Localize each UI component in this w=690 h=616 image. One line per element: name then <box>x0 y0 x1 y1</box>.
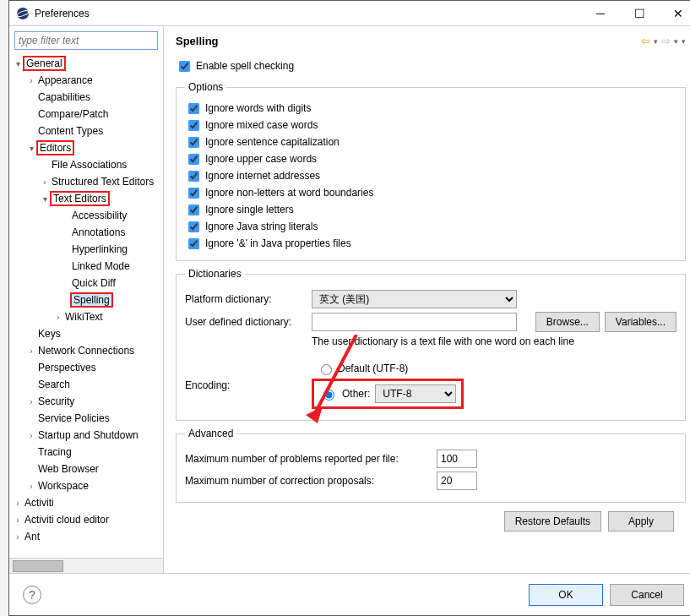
platform-dict-label: Platform dictionary: <box>185 293 312 305</box>
page-title: Spelling <box>176 35 641 47</box>
tree-text-editors[interactable]: Text Editors <box>50 191 110 206</box>
opt-digits[interactable] <box>188 103 199 114</box>
tree-content-types[interactable]: Content Types <box>36 125 105 137</box>
encoding-other-radio[interactable] <box>323 390 334 401</box>
tree-quick-diff[interactable]: Quick Diff <box>70 277 117 289</box>
cancel-button[interactable]: Cancel <box>610 584 684 606</box>
dictionaries-fieldset: Dictionaries Platform dictionary: 英文 (美国… <box>176 268 686 421</box>
preferences-tree[interactable]: ▾General ›Appearance ·Capabilities ·Comp… <box>9 53 163 558</box>
tree-file-assoc[interactable]: File Associations <box>50 159 128 171</box>
encoding-label: Encoding: <box>185 379 312 391</box>
back-icon[interactable]: ⇦ <box>641 35 650 47</box>
tree-appearance[interactable]: Appearance <box>36 74 95 86</box>
forward-menu-icon[interactable]: ▾ <box>674 37 678 46</box>
tree-general[interactable]: General <box>23 56 66 71</box>
tree-linked-mode[interactable]: Linked Mode <box>70 260 132 272</box>
user-dict-input[interactable] <box>312 313 517 331</box>
opt-upper-case[interactable] <box>188 154 199 165</box>
tree-accessibility[interactable]: Accessibility <box>70 210 128 221</box>
window-title: Preferences <box>35 8 581 19</box>
variables-button[interactable]: Variables... <box>605 312 676 332</box>
tree-structured[interactable]: Structured Text Editors <box>50 176 155 188</box>
tree-ant[interactable]: Ant <box>23 531 41 542</box>
app-icon <box>16 7 30 20</box>
tree-compare[interactable]: Compare/Patch <box>36 108 110 120</box>
filter-box <box>14 31 158 50</box>
options-fieldset: Options Ignore words with digits Ignore … <box>176 81 686 261</box>
tree-search[interactable]: Search <box>36 379 72 390</box>
opt-non-letters[interactable] <box>188 188 199 199</box>
title-bar: Preferences ─ ☐ ✕ <box>9 1 690 26</box>
encoding-other-label: Other: <box>342 388 370 400</box>
sidebar: ▾General ›Appearance ·Capabilities ·Comp… <box>9 26 164 573</box>
filter-input[interactable] <box>14 31 158 50</box>
forward-icon[interactable]: ⇨ <box>661 35 671 47</box>
opt-ampersand[interactable] <box>188 238 199 249</box>
platform-dict-select[interactable]: 英文 (美国) <box>312 290 517 308</box>
encoding-other-select[interactable]: UTF-8 <box>375 384 456 403</box>
tree-hyperlinking[interactable]: Hyperlinking <box>70 243 129 255</box>
tree-wikitext[interactable]: WikiText <box>63 311 105 323</box>
tree-activiti[interactable]: Activiti <box>23 497 56 509</box>
user-dict-label: User defined dictionary: <box>185 316 312 328</box>
back-menu-icon[interactable]: ▾ <box>654 37 658 46</box>
browse-button[interactable]: Browse... <box>535 312 600 332</box>
max-proposals-label: Maximum number of correction proposals: <box>185 475 430 487</box>
tree-perspectives[interactable]: Perspectives <box>36 362 98 373</box>
tree-tracing[interactable]: Tracing <box>36 446 73 458</box>
restore-defaults-button[interactable]: Restore Defaults <box>504 511 601 532</box>
advanced-legend: Advanced <box>185 428 236 439</box>
tree-service-policies[interactable]: Service Policies <box>36 412 111 424</box>
close-button[interactable]: ✕ <box>659 1 690 25</box>
help-icon[interactable]: ? <box>23 586 41 604</box>
tree-network[interactable]: Network Connections <box>36 345 136 357</box>
opt-single-letters[interactable] <box>188 204 199 215</box>
advanced-fieldset: Advanced Maximum number of problems repo… <box>176 428 686 503</box>
tree-web-browser[interactable]: Web Browser <box>36 463 101 475</box>
maximize-button[interactable]: ☐ <box>620 1 659 25</box>
tree-editors[interactable]: Editors <box>36 140 74 155</box>
enable-spellcheck-label: Enable spell checking <box>196 60 294 72</box>
tree-security[interactable]: Security <box>36 395 76 407</box>
max-problems-label: Maximum number of problems reported per … <box>185 453 430 465</box>
dictionaries-legend: Dictionaries <box>185 268 245 280</box>
options-legend: Options <box>185 81 226 93</box>
opt-sentence-cap[interactable] <box>188 137 199 148</box>
encoding-default-radio[interactable] <box>321 364 332 375</box>
tree-annotations[interactable]: Annotations <box>70 226 127 238</box>
tree-workspace[interactable]: Workspace <box>36 480 90 492</box>
tree-keys[interactable]: Keys <box>36 328 62 340</box>
opt-mixed-case[interactable] <box>188 120 199 131</box>
menu-icon[interactable]: ▾ <box>682 37 686 46</box>
opt-java-string[interactable] <box>188 221 199 232</box>
tree-startup[interactable]: Startup and Shutdown <box>36 429 140 441</box>
tree-capabilities[interactable]: Capabilities <box>36 91 92 103</box>
minimize-button[interactable]: ─ <box>581 1 620 25</box>
tree-activiti-cloud[interactable]: Activiti cloud editor <box>23 514 111 526</box>
max-problems-input[interactable] <box>437 450 477 468</box>
encoding-default-label: Default (UTF-8) <box>338 363 408 374</box>
horizontal-scrollbar[interactable] <box>9 558 163 573</box>
tree-spelling[interactable]: Spelling <box>70 292 113 308</box>
svg-marker-3 <box>306 406 323 423</box>
opt-internet[interactable] <box>188 171 199 182</box>
enable-spellcheck-checkbox[interactable] <box>179 61 190 72</box>
apply-button[interactable]: Apply <box>608 511 674 532</box>
max-proposals-input[interactable] <box>437 472 477 490</box>
ok-button[interactable]: OK <box>529 584 603 606</box>
user-dict-hint: The user dictionary is a text file with … <box>312 335 676 347</box>
